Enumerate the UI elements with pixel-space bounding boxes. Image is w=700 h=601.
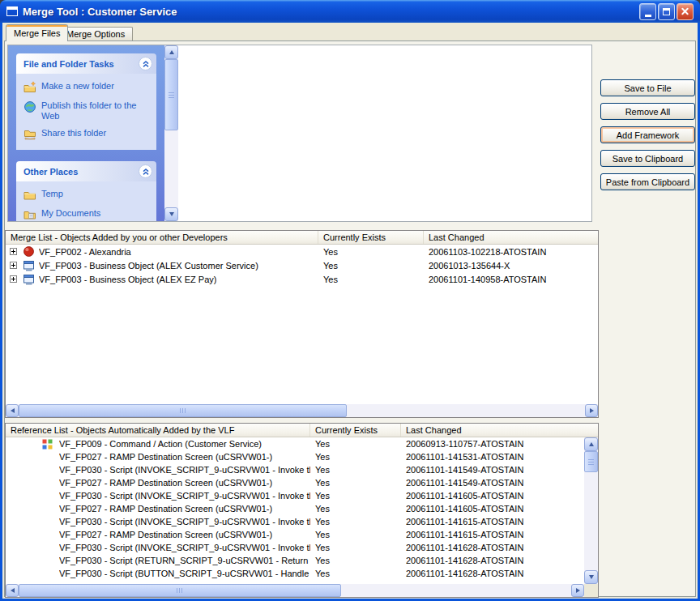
row-changed: 20061101-141549-ATOSTAIN [401,465,584,475]
row-name: VF_FP002 - Alexandria [39,247,131,257]
reference-row[interactable]: VF_FP030 - Script (INVOKE_SCRIPT_9-uCSRV… [6,489,584,502]
arrow-right-icon [576,588,583,593]
merge-list-title-column[interactable]: Merge List - Objects Added by you or oth… [6,231,318,244]
row-exists: Yes [310,504,401,514]
tab-merge-files[interactable]: Merge Files [6,24,68,41]
reference-list-title-column[interactable]: Reference List - Objects Automatically A… [6,424,310,437]
row-name: VF_FP003 - Business Object (ALEX EZ Pay) [39,275,216,284]
row-changed: 20061101-141615-ATOSTAIN [401,517,584,526]
other-places-header[interactable]: Other Places [16,161,156,181]
arrow-left-icon [8,408,15,413]
reference-row[interactable]: VF_FP027 - RAMP Destination Screen (uCSR… [6,528,584,541]
tab-merge-options[interactable]: Merge Options [58,27,133,40]
merge-row[interactable]: VF_FP002 - Alexandria Yes 20061103-10221… [6,245,598,258]
collapse-section-button[interactable] [139,164,152,178]
section-title: Other Places [23,167,78,177]
titlebar[interactable]: Merge Tool : Customer Service [0,0,700,23]
reference-horizontal-scrollbar[interactable] [6,584,584,597]
merge-row[interactable]: VF_FP003 - Business Object (ALEX Custome… [6,258,598,272]
maximize-icon [663,8,670,15]
close-button[interactable] [677,3,694,20]
reference-vertical-scrollbar[interactable] [584,437,598,584]
reference-row[interactable]: VF_FP030 - Script (INVOKE_SCRIPT_9-uCSRV… [6,541,584,554]
reference-row[interactable]: VF_FP030 - Script (BUTTON_SCRIPT_9-uCSRV… [6,567,584,580]
paste-from-clipboard-button[interactable]: Paste from Clipboard [600,173,695,190]
scroll-down-button[interactable] [584,570,598,584]
file-and-folder-tasks-header[interactable]: File and Folder Tasks [16,53,156,74]
scroll-left-button[interactable] [6,584,19,597]
save-to-clipboard-button[interactable]: Save to Clipboard [600,150,695,167]
row-name: VF_FP027 - RAMP Destination Screen (uCSR… [59,530,272,539]
reference-row[interactable]: VF_FP030 - Script (INVOKE_SCRIPT_9-uCSRV… [6,463,584,476]
row-name: VF_FP030 - Script (INVOKE_SCRIPT_9-uCSRV… [59,465,310,475]
row-exists: Yes [318,247,424,257]
column-last-changed[interactable]: Last Changed [401,424,598,437]
reference-row[interactable]: VF_FP027 - RAMP Destination Screen (uCSR… [6,476,584,489]
place-my-documents[interactable]: My Documents [23,208,152,221]
row-changed: 20061101-141605-ATOSTAIN [401,504,584,514]
row-name: VF_FP027 - RAMP Destination Screen (uCSR… [59,478,272,488]
place-label: Temp [41,189,63,199]
row-exists: Yes [310,517,401,526]
scroll-right-button[interactable] [585,404,598,417]
reference-row[interactable]: VF_FP027 - RAMP Destination Screen (uCSR… [6,502,584,515]
column-last-changed[interactable]: Last Changed [424,231,598,244]
double-chevron-up-icon [142,60,150,68]
row-changed: 20061101-141628-ATOSTAIN [401,556,584,565]
explorer-task-pane: File and Folder Tasks Make a new folder [8,45,164,221]
explorer-vertical-scrollbar[interactable] [164,45,178,221]
remove-all-button[interactable]: Remove All [600,103,695,120]
merge-list-horizontal-scrollbar[interactable] [6,404,598,417]
reference-row[interactable]: VF_FP030 - Script (INVOKE_SCRIPT_9-uCSRV… [6,515,584,528]
collapse-section-button[interactable] [139,57,152,70]
task-share-this-folder[interactable]: Share this folder [23,128,152,141]
row-exists: Yes [310,569,401,578]
row-exists: Yes [310,465,401,475]
arrow-down-icon [169,212,174,219]
row-name: VF_FP030 - Script (INVOKE_SCRIPT_9-uCSRV… [59,517,310,526]
scroll-left-button[interactable] [6,404,19,417]
merge-row[interactable]: VF_FP003 - Business Object (ALEX EZ Pay)… [6,272,598,286]
new-folder-icon [23,81,36,94]
row-name: VF_FP030 - Script (RETURN_SCRIPT_9-uCSRV… [59,556,310,565]
scroll-down-button[interactable] [164,207,178,221]
scroll-thumb[interactable] [19,584,341,597]
scroll-up-button[interactable] [584,437,598,451]
framework-icon [23,245,35,258]
task-make-new-folder[interactable]: Make a new folder [23,81,152,94]
merge-list-rows: VF_FP002 - Alexandria Yes 20061103-10221… [6,245,598,286]
arrow-down-icon [589,575,594,582]
add-framework-button[interactable]: Add Framework [600,126,695,143]
other-places-section: Other Places Temp [16,161,156,221]
scroll-up-button[interactable] [164,45,178,59]
expand-icon[interactable] [10,248,17,255]
reference-row[interactable]: VF_FP030 - Script (RETURN_SCRIPT_9-uCSRV… [6,554,584,567]
scroll-thumb[interactable] [164,59,178,130]
folder-icon [23,189,36,202]
row-changed: 20061103-102218-ATOSTAIN [424,247,598,257]
row-exists: Yes [318,261,424,271]
arrow-up-icon [169,48,174,54]
column-currently-exists[interactable]: Currently Exists [318,231,424,244]
reference-row[interactable]: VF_FP027 - RAMP Destination Screen (uCSR… [6,450,584,463]
expand-icon[interactable] [10,275,17,283]
other-places-body: Temp My Documents [16,181,156,221]
scroll-right-button[interactable] [571,584,584,597]
row-exists: Yes [310,478,401,488]
place-temp[interactable]: Temp [23,189,152,202]
row-exists: Yes [310,491,401,501]
maximize-button[interactable] [658,3,675,20]
task-label: Publish this folder to the Web [41,100,152,121]
scroll-thumb[interactable] [584,451,598,472]
minimize-button[interactable] [639,3,656,20]
save-to-file-button[interactable]: Save to File [600,79,695,96]
row-name: VF_FP030 - Script (BUTTON_SCRIPT_9-uCSRV… [59,569,310,578]
reference-row[interactable]: VF_FP009 - Command / Action (Customer Se… [6,437,584,450]
row-exists: Yes [310,452,401,462]
scroll-thumb[interactable] [19,404,347,417]
task-publish-folder-to-web[interactable]: Publish this folder to the Web [23,100,152,121]
row-name: VF_FP030 - Script (INVOKE_SCRIPT_9-uCSRV… [59,543,310,552]
file-browser-area: File and Folder Tasks Make a new folder [7,45,592,222]
expand-icon[interactable] [10,262,17,269]
column-currently-exists[interactable]: Currently Exists [310,424,401,437]
